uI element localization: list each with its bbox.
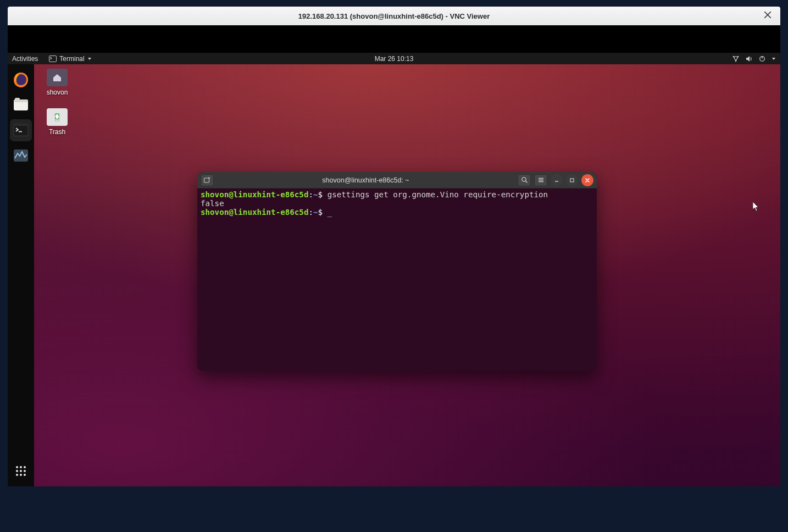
dock-terminal[interactable] bbox=[10, 119, 32, 141]
gnome-dock bbox=[8, 64, 34, 486]
desktop-home-label: shovon bbox=[47, 88, 68, 96]
svg-point-19 bbox=[24, 470, 26, 472]
terminal-output: false bbox=[201, 199, 224, 208]
show-applications-button[interactable] bbox=[10, 460, 32, 482]
svg-point-20 bbox=[16, 474, 18, 476]
power-icon bbox=[759, 56, 765, 62]
svg-rect-0 bbox=[49, 56, 57, 62]
chevron-down-icon bbox=[772, 57, 776, 61]
svg-rect-9 bbox=[15, 98, 20, 101]
network-icon bbox=[732, 56, 740, 62]
prompt-path: ~ bbox=[313, 190, 318, 199]
vnc-close-button[interactable] bbox=[764, 11, 774, 21]
vnc-title: 192.168.20.131 (shovon@linuxhint-e86c5d)… bbox=[298, 12, 490, 20]
terminal-body[interactable]: shovon@linuxhint-e86c5d:~$ gsettings get… bbox=[197, 189, 597, 371]
prompt-user: shovon@linuxhint-e86c5d bbox=[201, 208, 308, 217]
vnc-titlebar: 192.168.20.131 (shovon@linuxhint-e86c5d)… bbox=[8, 7, 780, 25]
chevron-down-icon bbox=[87, 57, 92, 61]
firefox-icon bbox=[12, 71, 30, 88]
window-close-button[interactable] bbox=[581, 174, 593, 186]
system-tray[interactable] bbox=[732, 56, 776, 62]
clock[interactable]: Mar 26 10:13 bbox=[375, 55, 414, 63]
svg-point-16 bbox=[24, 466, 26, 468]
files-icon bbox=[13, 97, 29, 113]
desktop-trash-label: Trash bbox=[49, 128, 65, 136]
apps-grid-icon bbox=[15, 465, 27, 477]
svg-point-22 bbox=[24, 474, 26, 476]
terminal-menu-button[interactable] bbox=[534, 174, 547, 186]
terminal-cursor: _ bbox=[328, 208, 332, 217]
desktop-home-folder[interactable]: shovon bbox=[37, 69, 77, 96]
appmenu-label: Terminal bbox=[59, 55, 84, 63]
window-minimize-button[interactable] bbox=[551, 174, 563, 186]
prompt-sep: : bbox=[308, 190, 313, 199]
svg-point-15 bbox=[20, 466, 22, 468]
terminal-command: gsettings get org.gnome.Vino require-enc… bbox=[328, 190, 548, 199]
prompt-user: shovon@linuxhint-e86c5d bbox=[201, 190, 308, 199]
svg-point-18 bbox=[20, 470, 22, 472]
trash-icon bbox=[47, 108, 68, 126]
dock-firefox[interactable] bbox=[10, 69, 32, 91]
new-tab-icon bbox=[203, 176, 211, 184]
terminal-titlebar[interactable]: shovon@linuxhint-e86c5d: ~ bbox=[197, 172, 597, 189]
vnc-viewport: Activities Terminal Mar 26 10:13 shovon bbox=[8, 25, 780, 486]
terminal-window[interactable]: shovon@linuxhint-e86c5d: ~ shovo bbox=[197, 172, 597, 371]
svg-point-26 bbox=[521, 178, 525, 181]
hamburger-icon bbox=[537, 176, 545, 184]
desktop-trash[interactable]: Trash bbox=[37, 108, 77, 136]
svg-rect-23 bbox=[204, 178, 209, 182]
prompt-sep: : bbox=[308, 208, 313, 217]
dock-files[interactable] bbox=[10, 94, 32, 116]
monitor-icon bbox=[13, 148, 29, 163]
search-icon bbox=[521, 176, 528, 184]
svg-point-14 bbox=[16, 466, 18, 468]
terminal-new-tab-button[interactable] bbox=[201, 174, 214, 186]
terminal-search-button[interactable] bbox=[518, 174, 531, 186]
svg-rect-32 bbox=[570, 179, 574, 182]
svg-point-17 bbox=[16, 470, 18, 472]
activities-button[interactable]: Activities bbox=[12, 55, 38, 63]
svg-point-21 bbox=[20, 474, 22, 476]
terminal-icon bbox=[13, 123, 29, 137]
close-icon bbox=[585, 178, 590, 183]
folder-home-icon bbox=[47, 69, 68, 86]
prompt-dollar: $ bbox=[318, 190, 328, 199]
prompt-dollar: $ bbox=[318, 208, 328, 217]
minimize-icon bbox=[554, 178, 559, 183]
appmenu-terminal[interactable]: Terminal bbox=[49, 55, 91, 63]
remote-cursor-icon bbox=[753, 202, 759, 212]
window-maximize-button[interactable] bbox=[566, 174, 578, 186]
dock-system-monitor[interactable] bbox=[10, 145, 32, 167]
terminal-icon bbox=[49, 56, 57, 62]
prompt-path: ~ bbox=[313, 208, 318, 217]
volume-icon bbox=[746, 56, 753, 62]
terminal-title: shovon@linuxhint-e86c5d: ~ bbox=[214, 176, 518, 184]
svg-line-27 bbox=[525, 181, 527, 182]
maximize-icon bbox=[569, 178, 575, 183]
gnome-top-bar: Activities Terminal Mar 26 10:13 bbox=[8, 53, 780, 64]
